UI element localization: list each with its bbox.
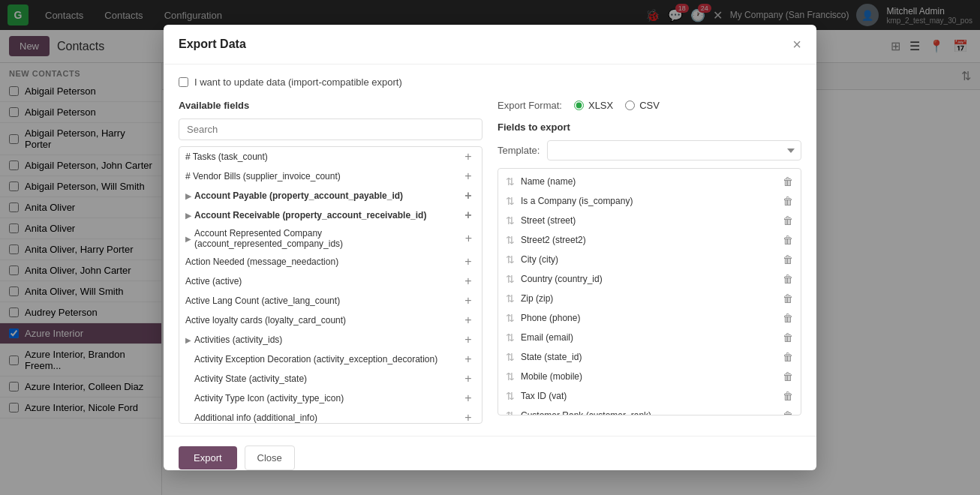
drag-icon[interactable]: ⇅ — [506, 292, 515, 304]
expand-icon[interactable]: ▶ — [185, 212, 191, 220]
add-field-button[interactable]: + — [461, 274, 476, 288]
add-field-button[interactable]: + — [461, 294, 476, 308]
add-field-button[interactable]: + — [461, 352, 476, 366]
modal-columns: Available fields # Tasks (task_count) + … — [179, 100, 801, 424]
csv-radio[interactable] — [625, 100, 635, 110]
export-field-name: Is a Company (is_company) — [521, 196, 633, 206]
delete-field-button[interactable]: 🗑 — [783, 370, 793, 382]
delete-field-button[interactable]: 🗑 — [783, 273, 793, 285]
export-field-item: ⇅ State (state_id) 🗑 — [498, 347, 801, 367]
add-field-button[interactable]: + — [461, 150, 476, 164]
field-label: Action Needed (message_needaction) — [185, 256, 338, 267]
drag-icon[interactable]: ⇅ — [506, 332, 515, 344]
add-field-button[interactable]: + — [461, 255, 476, 268]
delete-field-button[interactable]: 🗑 — [783, 176, 793, 188]
modal-close-button[interactable]: × — [792, 37, 801, 52]
field-label: Account Represented Company (account_rep… — [194, 228, 461, 249]
drag-icon[interactable]: ⇅ — [506, 234, 515, 246]
add-field-button[interactable]: + — [461, 189, 476, 202]
csv-option[interactable]: CSV — [625, 100, 660, 111]
modal-body: I want to update data (import-compatible… — [164, 64, 816, 436]
add-field-button[interactable]: + — [461, 392, 476, 405]
csv-label: CSV — [639, 100, 660, 111]
delete-field-button[interactable]: 🗑 — [783, 390, 793, 402]
fields-search-input[interactable] — [179, 118, 482, 140]
drag-icon[interactable]: ⇅ — [506, 351, 515, 363]
export-field-item: ⇅ Country (country_id) 🗑 — [498, 269, 801, 289]
expand-icon[interactable]: ▶ — [185, 192, 191, 200]
import-check-checkbox[interactable] — [179, 77, 188, 87]
field-label: Active loyalty cards (loyalty_card_count… — [185, 315, 346, 326]
export-field-name: Street (street) — [521, 215, 576, 226]
drag-icon[interactable]: ⇅ — [506, 410, 515, 416]
field-item-expandable[interactable]: ▶ Account Payable (property_account_paya… — [179, 186, 482, 206]
delete-field-button[interactable]: 🗑 — [783, 351, 793, 363]
add-field-button[interactable]: + — [461, 411, 476, 424]
export-fields-list: ⇅ Name (name) 🗑 ⇅ Is a Company (is_compa… — [498, 168, 801, 416]
export-field-name: Customer Rank (customer_rank) — [521, 410, 651, 416]
delete-field-button[interactable]: 🗑 — [783, 312, 793, 324]
drag-icon[interactable]: ⇅ — [506, 176, 515, 188]
add-field-button[interactable]: + — [461, 170, 476, 183]
drag-icon[interactable]: ⇅ — [506, 370, 515, 382]
field-item[interactable]: Active (active) + — [179, 272, 482, 291]
add-field-button[interactable]: + — [461, 314, 476, 327]
drag-icon[interactable]: ⇅ — [506, 214, 515, 226]
template-select[interactable] — [547, 140, 801, 160]
field-item-indented[interactable]: Activity Exception Decoration (activity_… — [179, 350, 482, 369]
field-item-expandable[interactable]: ▶ Account Receivable (property_account_r… — [179, 206, 482, 225]
field-label: Additional info (additional_info) — [194, 412, 317, 423]
add-field-button[interactable]: + — [461, 208, 476, 222]
xlsx-radio[interactable] — [574, 100, 584, 110]
field-item[interactable]: Action Needed (message_needaction) + — [179, 252, 482, 272]
delete-field-button[interactable]: 🗑 — [783, 292, 793, 304]
add-field-button[interactable]: + — [461, 372, 476, 386]
expand-icon[interactable]: ▶ — [185, 336, 191, 344]
delete-field-button[interactable]: 🗑 — [783, 214, 793, 226]
drag-icon[interactable]: ⇅ — [506, 390, 515, 402]
export-field-item: ⇅ Zip (zip) 🗑 — [498, 289, 801, 308]
field-item-indented[interactable]: Activity Type Icon (activity_type_icon) … — [179, 388, 482, 408]
drag-icon[interactable]: ⇅ — [506, 254, 515, 266]
export-format-row: Export Format: XLSX CSV — [498, 100, 801, 111]
export-field-name: Name (name) — [521, 176, 576, 187]
add-field-button[interactable]: + — [461, 333, 476, 346]
delete-field-button[interactable]: 🗑 — [783, 195, 793, 207]
field-label: Activity Type Icon (activity_type_icon) — [194, 393, 344, 404]
delete-field-button[interactable]: 🗑 — [783, 410, 793, 416]
drag-icon[interactable]: ⇅ — [506, 312, 515, 324]
drag-icon[interactable]: ⇅ — [506, 195, 515, 207]
delete-field-button[interactable]: 🗑 — [783, 234, 793, 246]
export-field-item: ⇅ Street2 (street2) 🗑 — [498, 230, 801, 250]
drag-icon[interactable]: ⇅ — [506, 273, 515, 285]
field-item-indented[interactable]: Activity State (activity_state) + — [179, 369, 482, 388]
export-button[interactable]: Export — [179, 446, 237, 470]
field-item[interactable]: # Tasks (task_count) + — [179, 147, 482, 166]
add-field-button[interactable]: + — [461, 232, 476, 245]
field-item[interactable]: # Vendor Bills (supplier_invoice_count) … — [179, 166, 482, 186]
delete-field-button[interactable]: 🗑 — [783, 254, 793, 266]
fields-to-export-title: Fields to export — [498, 122, 801, 133]
field-item-expandable[interactable]: ▶ Activities (activity_ids) + — [179, 330, 482, 350]
field-item-expandable[interactable]: ▶ Account Represented Company (account_r… — [179, 225, 482, 252]
delete-field-button[interactable]: 🗑 — [783, 332, 793, 344]
export-field-item: ⇅ Tax ID (vat) 🗑 — [498, 386, 801, 406]
field-label: Active Lang Count (active_lang_count) — [185, 296, 340, 306]
close-button[interactable]: Close — [245, 446, 295, 470]
expand-icon[interactable]: ▶ — [185, 235, 191, 243]
field-label: Activity State (activity_state) — [194, 374, 307, 384]
xlsx-option[interactable]: XLSX — [574, 100, 613, 111]
field-item[interactable]: Active loyalty cards (loyalty_card_count… — [179, 310, 482, 330]
export-field-item: ⇅ Email (email) 🗑 — [498, 328, 801, 347]
field-item-indented[interactable]: Additional info (additional_info) + — [179, 408, 482, 424]
export-field-name: Mobile (mobile) — [521, 371, 582, 382]
export-field-name: Street2 (street2) — [521, 235, 586, 245]
available-fields-panel: Available fields # Tasks (task_count) + … — [179, 100, 482, 424]
field-label: # Vendor Bills (supplier_invoice_count) — [185, 171, 341, 182]
import-check-label: I want to update data (import-compatible… — [194, 76, 402, 88]
available-fields-title: Available fields — [179, 100, 482, 111]
field-item[interactable]: Active Lang Count (active_lang_count) + — [179, 291, 482, 310]
export-field-name: Country (country_id) — [521, 274, 603, 284]
import-check-row: I want to update data (import-compatible… — [179, 76, 801, 88]
template-row: Template: — [498, 140, 801, 160]
